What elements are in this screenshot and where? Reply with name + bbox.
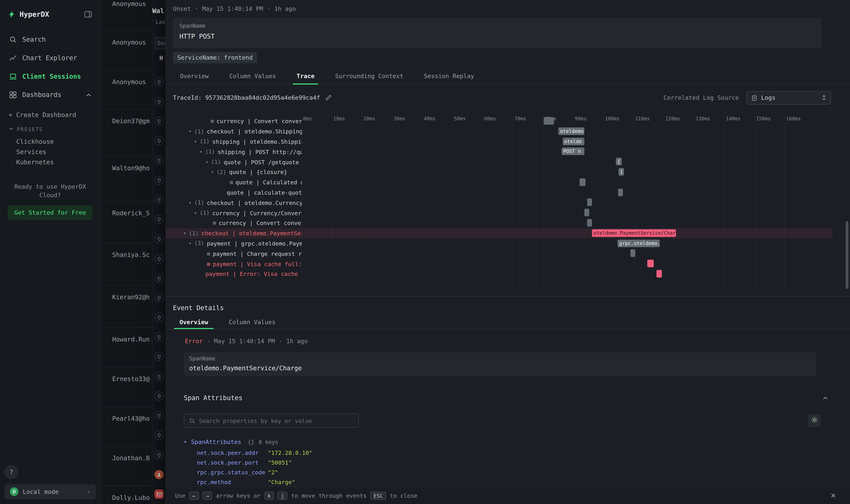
trace-span-bar[interactable]: [584, 209, 589, 216]
session-pin-icon[interactable]: [155, 176, 164, 185]
session-avatar-icon[interactable]: [155, 470, 164, 479]
trace-span-bar[interactable]: [587, 219, 592, 227]
trace-row[interactable]: ▾(3)payment | grpc.oteldemo.Paymen…grpc.…: [165, 238, 833, 248]
preset-item-kubernetes[interactable]: Kubernetes: [0, 157, 100, 167]
session-pin-icon[interactable]: [155, 450, 164, 460]
session-pin-icon[interactable]: [155, 332, 164, 341]
trace-row[interactable]: ▤quote | Calculated q…: [165, 177, 833, 187]
sidebar-item-chart-explorer[interactable]: Chart Explorer: [0, 49, 100, 67]
trace-span-bar[interactable]: oteldemo.: [558, 127, 584, 135]
session-list-item[interactable]: Deion37@gm: [112, 117, 150, 125]
trace-row[interactable]: ▾(1)checkout | oteldemo.ShippingSe…oteld…: [165, 126, 833, 137]
session-list-item[interactable]: Anonymous: [112, 78, 146, 86]
session-pin-icon[interactable]: [155, 215, 164, 224]
edit-pencil-icon[interactable]: [325, 94, 331, 101]
session-pin-icon[interactable]: [155, 411, 164, 420]
attribute-row[interactable]: rpc.method"Charge": [184, 477, 828, 487]
chevron-down-icon[interactable]: ▾: [189, 241, 192, 246]
session-list-item[interactable]: Kieran92@h: [112, 293, 150, 301]
occluded-search-input[interactable]: Sea: [155, 37, 165, 49]
session-pin-icon[interactable]: [155, 293, 164, 303]
attributes-search[interactable]: [184, 414, 359, 428]
tab-overview[interactable]: Overview: [170, 69, 219, 84]
attribute-row[interactable]: net.sock.peer.addr"172.28.0.10": [184, 448, 828, 457]
trace-span-bar[interactable]: POST h: [562, 148, 584, 156]
trace-row[interactable]: ▾(1)shipping | POST http://quo…POST h: [165, 146, 833, 157]
trace-row[interactable]: ▾(1)shipping | oteldemo.Shipping…otelde: [165, 137, 833, 146]
log-source-select[interactable]: Logs: [746, 91, 831, 105]
session-mail-icon[interactable]: [155, 489, 164, 499]
collapse-chevron-icon[interactable]: [822, 395, 828, 401]
attributes-root-row[interactable]: ▾ SpanAttributes {} 6 keys: [184, 437, 828, 447]
session-pin-icon[interactable]: [155, 391, 164, 400]
trace-row[interactable]: ▾(1)quote | POST /getquote{: [165, 157, 833, 167]
sidebar-item-search[interactable]: Search: [0, 30, 100, 49]
get-started-button[interactable]: Get Started for Free: [8, 205, 93, 220]
session-list-item[interactable]: Anonymous: [112, 38, 146, 46]
chevron-down-icon[interactable]: ▾: [194, 139, 197, 144]
trace-span-bar[interactable]: grpc.oteldemo.: [617, 239, 660, 247]
session-pin-icon[interactable]: [155, 78, 164, 87]
session-pin-icon[interactable]: [155, 313, 164, 322]
sidebar-collapse-icon[interactable]: [84, 10, 93, 18]
trace-span-bar[interactable]: [587, 199, 592, 206]
waterfall-scrollbar[interactable]: [846, 221, 848, 289]
session-pin-icon[interactable]: [155, 195, 164, 204]
preset-item-services[interactable]: Services: [0, 147, 100, 157]
close-icon[interactable]: ×: [831, 491, 836, 500]
trace-row[interactable]: quote | calculate-quote: [165, 187, 833, 197]
trace-row[interactable]: ▤payment | Charge request rec…: [165, 249, 833, 259]
chevron-down-icon[interactable]: ▾: [205, 159, 209, 165]
trace-row[interactable]: ▤currency | Convert convers…: [165, 218, 833, 228]
session-list-item[interactable]: Anonymous: [112, 0, 146, 8]
session-pin-icon[interactable]: [155, 234, 164, 244]
session-pin-icon[interactable]: [155, 274, 164, 283]
trace-span-bar[interactable]: [630, 250, 635, 257]
chevron-down-icon[interactable]: ▾: [194, 210, 197, 216]
chevron-down-icon[interactable]: ▾: [199, 149, 202, 154]
trace-span-bar[interactable]: [647, 260, 654, 268]
attribute-value[interactable]: "2": [268, 469, 278, 475]
trace-row[interactable]: payment | Error: Visa cache ful…: [165, 269, 833, 279]
session-pin-icon[interactable]: [155, 430, 164, 440]
trace-row[interactable]: ▾(1)checkout | oteldemo.PaymentServi…ote…: [165, 228, 833, 238]
trace-row[interactable]: ▾(1)checkout | oteldemo.CurrencySe…: [165, 198, 833, 208]
trace-span-bar[interactable]: otelde: [563, 138, 584, 145]
attribute-key[interactable]: net.sock.peer.addr: [197, 449, 266, 456]
local-mode-button[interactable]: U Local mode ›: [4, 484, 96, 499]
session-list-item[interactable]: Shaniya.Sc: [112, 251, 150, 259]
preset-item-clickhouse[interactable]: Clickhouse: [0, 137, 100, 147]
sidebar-item-client-sessions[interactable]: Client Sessions: [0, 67, 100, 86]
trace-span-bar[interactable]: {: [618, 168, 624, 176]
trace-row[interactable]: ▤payment | Visa cache full: c…: [165, 259, 833, 269]
attribute-row[interactable]: rpc.grpc.status_code"2": [184, 467, 828, 477]
tab-column-values[interactable]: Column Values: [219, 69, 286, 84]
session-list-item[interactable]: Howard.Run: [112, 336, 150, 343]
attribute-key[interactable]: rpc.grpc.status_code: [197, 469, 266, 475]
attribute-value[interactable]: "Charge": [268, 479, 295, 485]
trace-span-bar[interactable]: [544, 117, 554, 125]
trace-span-bar[interactable]: [618, 188, 623, 196]
attribute-row[interactable]: net.sock.peer.port"50051": [184, 457, 828, 467]
session-list-item[interactable]: Dolly.Lubo: [112, 494, 150, 502]
chevron-down-icon[interactable]: ▾: [183, 231, 186, 236]
sidebar-item-dashboards[interactable]: Dashboards: [0, 86, 100, 104]
help-button[interactable]: ?: [4, 465, 18, 479]
event-details-tab-column-values[interactable]: Column Values: [223, 317, 281, 329]
session-pin-icon[interactable]: [155, 116, 164, 126]
tab-surrounding-context[interactable]: Surrounding Context: [325, 69, 414, 84]
trace-span-bar[interactable]: {: [616, 158, 622, 165]
trace-row[interactable]: ▾(2)quote | {closure}{: [165, 167, 833, 177]
session-pin-icon[interactable]: [155, 136, 164, 145]
attribute-key[interactable]: net.sock.peer.port: [197, 459, 266, 466]
session-pin-icon[interactable]: [155, 372, 164, 381]
session-list-item[interactable]: Pearl43@ho: [112, 415, 150, 422]
chevron-down-icon[interactable]: ▾: [211, 169, 214, 175]
session-pin-icon[interactable]: [155, 254, 164, 264]
attribute-value[interactable]: "172.28.0.10": [268, 449, 312, 456]
session-list-item[interactable]: Jonathan.B: [112, 454, 150, 462]
chevron-down-icon[interactable]: ▾: [189, 128, 192, 134]
tab-trace[interactable]: Trace: [286, 69, 325, 84]
trace-span-bar[interactable]: oteldemo.PaymentService/Char: [592, 229, 676, 237]
session-pin-icon[interactable]: [155, 352, 164, 361]
